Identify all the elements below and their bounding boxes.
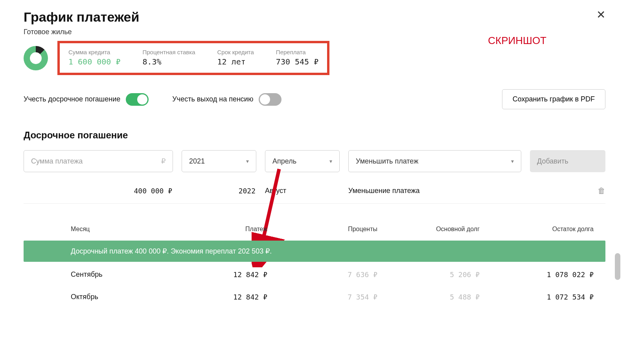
th-interest: Проценты xyxy=(267,226,377,233)
month-select[interactable]: Апрель ▾ xyxy=(265,150,340,172)
table-header: Месяц Платеж Проценты Основной долг Оста… xyxy=(24,226,605,239)
donut-chart xyxy=(24,46,48,70)
save-pdf-button[interactable]: Сохранить график в PDF xyxy=(502,89,605,109)
rate-value: 8.3% xyxy=(142,57,195,66)
term-label: Срок кредита xyxy=(217,49,254,55)
overpay-value: 730 545 ₽ xyxy=(276,57,318,66)
existing-early-payment-row: 400 000 ₽ 2022 Август Уменьшение платежа… xyxy=(24,186,605,204)
table-row: Сентябрь 12 842 ₽ 7 636 ₽ 5 206 ₽ 1 078 … xyxy=(24,263,605,286)
page-title: График платежей xyxy=(24,9,139,25)
ruble-icon: ₽ xyxy=(161,157,166,165)
chevron-down-icon: ▾ xyxy=(329,158,332,164)
repayment-action-select[interactable]: Уменьшить платеж ▾ xyxy=(348,150,521,172)
table-row: Октябрь 12 842 ₽ 7 354 ₽ 5 488 ₽ 1 072 5… xyxy=(24,286,605,308)
cell-interest: 7 354 ₽ xyxy=(267,293,377,301)
loan-amount-label: Сумма кредита xyxy=(68,49,120,55)
trash-icon[interactable]: 🗑 xyxy=(598,186,605,195)
th-principal: Основной долг xyxy=(377,226,480,233)
existing-year: 2022 xyxy=(182,187,265,195)
toggle-early-label: Учесть досрочное погашение xyxy=(24,95,120,103)
toggle-pension[interactable] xyxy=(259,93,281,106)
overpay-label: Переплата xyxy=(276,49,318,55)
th-month: Месяц xyxy=(24,226,157,233)
payment-amount-input[interactable]: Сумма платежа ₽ xyxy=(24,150,173,172)
chevron-down-icon: ▾ xyxy=(246,158,249,164)
term-value: 12 лет xyxy=(217,57,254,66)
cell-balance: 1 072 534 ₽ xyxy=(480,293,605,301)
loan-amount-value: 1 600 000 ₽ xyxy=(68,57,120,66)
th-payment: Платеж xyxy=(157,226,267,233)
th-balance: Остаток долга xyxy=(480,226,605,233)
toggle-pension-label: Учесть выход на пенсию xyxy=(172,95,253,103)
cell-payment: 12 842 ₽ xyxy=(157,270,267,279)
early-payment-banner: Досрочный платеж 400 000 ₽. Экономия пер… xyxy=(24,241,605,262)
chevron-down-icon: ▾ xyxy=(511,158,514,164)
early-repayment-title: Досрочное погашение xyxy=(24,130,605,141)
add-button[interactable]: Добавить xyxy=(530,150,605,172)
existing-amount: 400 000 ₽ xyxy=(24,187,182,195)
year-select[interactable]: 2021 ▾ xyxy=(182,150,256,172)
cell-month: Сентябрь xyxy=(24,270,157,279)
annotation-screenshot-label: СКРИНШОТ xyxy=(488,35,546,47)
scrollbar-thumb[interactable] xyxy=(615,253,620,280)
existing-month: Август xyxy=(265,187,348,195)
cell-interest: 7 636 ₽ xyxy=(267,270,377,279)
existing-effect: Уменьшение платежа xyxy=(348,187,598,195)
toggle-early-repayment[interactable] xyxy=(126,93,149,106)
rate-label: Процентная ставка xyxy=(142,49,195,55)
cell-balance: 1 078 022 ₽ xyxy=(480,270,605,279)
loan-summary-box: Сумма кредита 1 600 000 ₽ Процентная ста… xyxy=(57,41,329,75)
close-icon[interactable]: ✕ xyxy=(596,9,605,20)
cell-principal: 5 206 ₽ xyxy=(377,270,480,279)
cell-month: Октябрь xyxy=(24,293,157,301)
cell-payment: 12 842 ₽ xyxy=(157,293,267,301)
cell-principal: 5 488 ₽ xyxy=(377,293,480,301)
